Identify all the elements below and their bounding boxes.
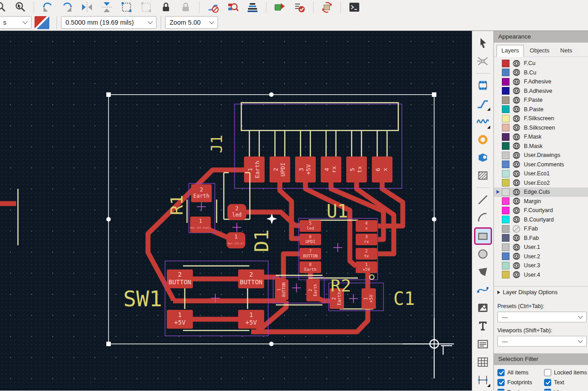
visibility-eye-icon[interactable] <box>513 60 520 67</box>
visibility-eye-icon[interactable] <box>513 105 520 113</box>
layer-row-F.Cu[interactable]: F.Cu <box>494 59 588 68</box>
visibility-eye-icon[interactable] <box>513 133 520 141</box>
selection-mid-handle[interactable] <box>106 217 111 222</box>
tune-length-tool[interactable] <box>475 114 491 129</box>
visibility-eye-icon[interactable] <box>513 152 520 159</box>
layer-color-swatch[interactable] <box>502 124 510 131</box>
layer-row-User.Drawings[interactable]: User.Drawings <box>494 151 588 160</box>
reference-label[interactable]: R2 <box>331 276 351 295</box>
zoom-fit-button[interactable] <box>0 1 7 13</box>
layer-row-F.Fab[interactable]: F.Fab <box>494 224 588 234</box>
place-textbox-tool[interactable] <box>475 336 491 351</box>
checkbox[interactable] <box>544 369 551 376</box>
reference-label[interactable]: D1 <box>251 230 273 252</box>
layer-color-swatch[interactable] <box>502 96 510 104</box>
layer-color-swatch[interactable] <box>502 87 510 95</box>
presets-select[interactable]: --- <box>497 312 587 322</box>
scripting-console-button[interactable] <box>348 1 361 13</box>
select-tool[interactable] <box>475 36 491 51</box>
layer-row-User.4[interactable]: User.4 <box>494 270 588 280</box>
draw-arc-tool[interactable] <box>475 210 491 225</box>
place-text-tool[interactable] <box>475 318 491 333</box>
visibility-hidden-icon[interactable] <box>513 225 520 233</box>
selection-corner-handle[interactable] <box>432 92 436 97</box>
draw-circle-tool[interactable] <box>475 247 491 261</box>
selection-corner-handle[interactable] <box>106 342 111 346</box>
layer-pair-icon[interactable] <box>35 16 49 29</box>
layer-color-swatch[interactable] <box>502 216 510 223</box>
flip-vertical-button[interactable] <box>100 1 113 13</box>
draw-rectangle-tool[interactable] <box>475 229 491 243</box>
layer-row-User.3[interactable]: User.3 <box>494 261 588 270</box>
layer-color-swatch[interactable] <box>502 115 510 122</box>
reference-label[interactable]: U1 <box>327 201 348 222</box>
visibility-eye-icon[interactable] <box>513 207 520 214</box>
visibility-eye-icon[interactable] <box>513 87 520 95</box>
place-footprint-tool[interactable] <box>475 78 491 93</box>
layer-row-User.2[interactable]: User.2 <box>494 252 588 261</box>
layer-color-swatch[interactable] <box>502 78 510 86</box>
visibility-eye-icon[interactable] <box>513 170 520 178</box>
layer-color-swatch[interactable] <box>502 188 510 196</box>
visibility-eye-icon[interactable] <box>513 115 520 122</box>
draw-polygon-tool[interactable] <box>475 265 491 279</box>
layer-row-F.Adhesive[interactable]: F.Adhesive <box>494 77 588 87</box>
checkbox[interactable] <box>497 369 505 376</box>
layer-color-swatch[interactable] <box>502 179 510 187</box>
layer-color-swatch[interactable] <box>502 207 510 214</box>
visibility-eye-icon[interactable] <box>513 188 520 196</box>
selection-mid-handle[interactable] <box>269 342 274 346</box>
layer-row-Margin[interactable]: Margin <box>494 197 588 206</box>
layer-row-B.Mask[interactable]: B.Mask <box>494 142 588 151</box>
layer-row-F.Mask[interactable]: F.Mask <box>494 132 588 142</box>
visibility-eye-icon[interactable] <box>513 234 520 242</box>
lock-button[interactable] <box>160 1 172 13</box>
layer-row-Edge.Cuts[interactable]: Edge.Cuts <box>494 187 588 197</box>
design-rules-check-button[interactable] <box>293 1 306 13</box>
layer-color-swatch[interactable] <box>502 105 510 113</box>
visibility-eye-icon[interactable] <box>513 252 520 260</box>
layer-color-swatch[interactable] <box>502 170 510 178</box>
track-width-select[interactable]: 0.5000 mm (19.69 mils) <box>61 16 157 29</box>
group-button[interactable] <box>120 1 133 13</box>
layer-color-swatch[interactable] <box>502 252 510 260</box>
visibility-eye-icon[interactable] <box>513 216 520 223</box>
visibility-eye-icon[interactable] <box>513 179 520 187</box>
layer-row-User.Comments[interactable]: User.Comments <box>494 160 588 169</box>
visibility-eye-icon[interactable] <box>513 124 520 131</box>
visibility-eye-icon[interactable] <box>513 262 520 269</box>
layer-color-swatch[interactable] <box>502 262 510 269</box>
unlock-button[interactable] <box>179 1 192 13</box>
visibility-eye-icon[interactable] <box>513 96 520 104</box>
ungroup-button[interactable] <box>140 1 152 13</box>
layer-color-swatch[interactable] <box>502 60 510 67</box>
cleanup-tracks-button[interactable] <box>207 1 219 13</box>
layer-row-User.Eco1[interactable]: User.Eco1 <box>494 169 588 178</box>
layer-row-F.Courtyard[interactable]: F.Courtyard <box>494 206 588 215</box>
selection-corner-handle[interactable] <box>106 92 111 97</box>
layer-display-options[interactable]: Layer Display Options <box>494 286 588 298</box>
tab-layers[interactable]: Layers <box>497 45 524 57</box>
draw-line-tool[interactable] <box>475 192 491 207</box>
layer-row-B.Silkscreen[interactable]: B.Silkscreen <box>494 123 588 133</box>
layer-color-swatch[interactable] <box>502 234 510 242</box>
rule-area-tool[interactable] <box>475 168 491 183</box>
checkbox[interactable] <box>544 379 551 386</box>
local-ratsnest-tool[interactable] <box>475 54 491 69</box>
layer-color-swatch[interactable] <box>502 69 510 76</box>
reference-label[interactable]: R1 <box>167 195 187 215</box>
layer-row-User.1[interactable]: User.1 <box>494 243 588 252</box>
layer-row-F.Paste[interactable]: F.Paste <box>494 96 588 105</box>
layer-color-swatch[interactable] <box>502 243 510 251</box>
tab-objects[interactable]: Objects <box>525 45 554 56</box>
visibility-eye-icon[interactable] <box>513 142 520 150</box>
layer-row-B.Fab[interactable]: B.Fab <box>494 234 588 243</box>
draw-zone-tool[interactable] <box>475 150 491 165</box>
visibility-eye-icon[interactable] <box>513 197 520 205</box>
layer-row-B.Courtyard[interactable]: B.Courtyard <box>494 215 588 225</box>
pcb-canvas[interactable]: 1Earth2UPDI3+5V4rx5tx6xJ12Earth1Net-(R1-… <box>0 31 472 391</box>
visibility-eye-icon[interactable] <box>513 69 520 76</box>
place-table-tool[interactable] <box>475 355 491 369</box>
layer-row-F.Silkscreen[interactable]: F.Silkscreen <box>494 114 588 123</box>
viewports-select[interactable]: --- <box>497 336 587 347</box>
